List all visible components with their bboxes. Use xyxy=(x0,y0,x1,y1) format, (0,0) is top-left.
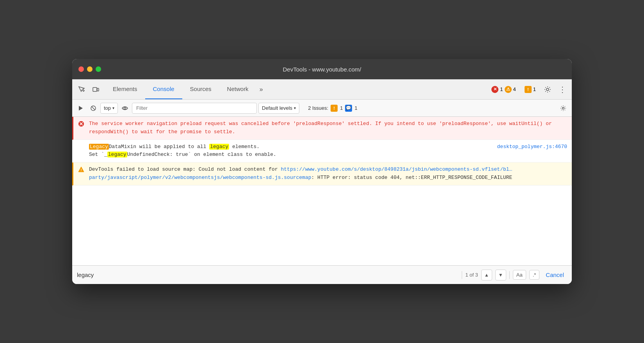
messages-count-toolbar: 1 xyxy=(354,105,357,111)
minimize-button[interactable] xyxy=(87,66,93,72)
console-entry-warning: ! DevTools failed to load source map: Co… xyxy=(72,163,572,186)
svg-point-2 xyxy=(546,88,549,91)
legacy-orange-highlight: Legacy xyxy=(89,144,109,150)
svg-point-6 xyxy=(124,107,126,109)
issues-indicator: 2 Issues: ! 1 💬 1 xyxy=(304,104,361,113)
console-settings-button[interactable] xyxy=(558,103,569,114)
search-input[interactable] xyxy=(77,269,459,281)
svg-text:!: ! xyxy=(80,168,82,172)
tab-elements[interactable]: Elements xyxy=(105,79,145,99)
clear-console-button[interactable] xyxy=(75,103,86,114)
console-entry-error: The service worker navigation preload re… xyxy=(72,117,572,140)
gear-icon xyxy=(544,86,551,93)
tab-bar: Elements Console Sources Network » ✕ 1 ⚠… xyxy=(72,79,572,100)
svg-point-7 xyxy=(562,107,564,109)
search-bar: 1 of 3 ▲ ▼ Aa .* Cancel xyxy=(72,265,572,284)
more-icon: ⋮ xyxy=(559,86,566,93)
legacy-yellow-highlight: legacy xyxy=(209,144,229,150)
error-count-button[interactable]: ✕ 1 ⚠ 4 xyxy=(488,84,519,95)
messages-badge: 💬 xyxy=(345,105,352,112)
regex-button[interactable]: .* xyxy=(529,270,540,280)
svg-marker-3 xyxy=(79,106,83,111)
error-circle-icon xyxy=(78,121,84,127)
traffic-lights xyxy=(78,66,101,72)
settings-button[interactable] xyxy=(541,83,554,96)
console-gear-icon xyxy=(560,105,566,111)
block-requests-button[interactable] xyxy=(88,103,99,114)
title-bar: DevTools - www.youtube.com/ xyxy=(72,59,572,79)
levels-chevron-icon: ▾ xyxy=(294,106,296,110)
context-value: top xyxy=(104,105,111,111)
legacy-underscored-highlight: legacy xyxy=(107,152,127,157)
console-entry-legacy: i LegacyDataMixin will be applied to all… xyxy=(72,140,572,163)
device-toggle-button[interactable] xyxy=(89,83,102,96)
case-sensitive-button[interactable]: Aa xyxy=(513,270,526,280)
search-divider-2 xyxy=(509,271,510,279)
device-icon xyxy=(92,86,99,93)
warning-entry-icon: ! xyxy=(78,166,86,175)
context-selector[interactable]: top ▾ xyxy=(100,103,118,114)
inspect-icon xyxy=(78,86,85,93)
console-content: The service worker navigation preload re… xyxy=(72,117,572,265)
maximize-button[interactable] xyxy=(96,66,101,72)
more-tabs-button[interactable]: » xyxy=(256,79,266,99)
search-cancel-button[interactable]: Cancel xyxy=(543,270,567,280)
issues-count-toolbar: 1 xyxy=(340,105,343,111)
tab-bar-left-tools xyxy=(75,79,102,99)
run-icon xyxy=(78,105,84,111)
more-options-button[interactable]: ⋮ xyxy=(556,83,569,96)
legacy-message-text: LegacyDataMixin will be applied to all l… xyxy=(89,143,567,159)
tab-network[interactable]: Network xyxy=(219,79,256,99)
devtools-window: DevTools - www.youtube.com/ Elements Con xyxy=(72,59,572,284)
warning-triangle-icon: ! xyxy=(78,166,84,173)
search-prev-button[interactable]: ▲ xyxy=(481,270,492,280)
close-button[interactable] xyxy=(78,66,84,72)
tab-bar-right: ✕ 1 ⚠ 4 ! 1 ⋮ xyxy=(488,79,569,99)
warning-badge: ⚠ xyxy=(505,86,512,93)
inspect-element-button[interactable] xyxy=(75,83,88,96)
levels-label: Default levels xyxy=(262,105,292,111)
error-message-text: The service worker navigation preload re… xyxy=(89,120,567,136)
source-link-polymer[interactable]: desktop_polymer.js:4670 xyxy=(497,143,567,151)
context-chevron-icon: ▾ xyxy=(112,106,114,110)
search-next-button[interactable]: ▼ xyxy=(495,270,506,280)
warning-message-text: DevTools failed to load source map: Coul… xyxy=(89,166,567,182)
eye-button[interactable] xyxy=(119,103,130,114)
window-title: DevTools - www.youtube.com/ xyxy=(283,66,361,73)
tab-sources[interactable]: Sources xyxy=(182,79,219,99)
svg-rect-1 xyxy=(97,88,99,91)
issue-badge: ! xyxy=(525,86,532,93)
search-count: 1 of 3 xyxy=(465,272,478,278)
source-map-url[interactable]: https://www.youtube.com/s/desktop/849823… xyxy=(89,166,512,180)
tab-console[interactable]: Console xyxy=(145,79,182,99)
main-tabs: Elements Console Sources Network » xyxy=(105,79,488,99)
block-icon xyxy=(90,105,96,111)
svg-line-5 xyxy=(92,106,95,110)
chevron-down-icon: ▼ xyxy=(498,272,503,278)
error-badge: ✕ xyxy=(491,86,498,93)
levels-selector[interactable]: Default levels ▾ xyxy=(258,103,299,114)
chevron-up-icon: ▲ xyxy=(484,272,489,278)
error-count: 1 xyxy=(500,86,503,92)
error-entry-icon xyxy=(78,121,86,130)
issues-count-button[interactable]: ! 1 xyxy=(521,84,539,95)
eye-icon xyxy=(122,105,128,111)
console-toolbar: top ▾ Default levels ▾ 2 Issues: ! 1 💬 1 xyxy=(72,100,572,117)
svg-rect-0 xyxy=(93,88,97,91)
issues-badge: ! xyxy=(331,105,338,112)
issues-label: 2 Issues: xyxy=(308,105,328,111)
issues-count: 1 xyxy=(533,86,536,92)
info-entry-spacer: i xyxy=(78,144,86,152)
warning-count: 4 xyxy=(513,86,516,92)
search-divider xyxy=(462,271,462,279)
filter-input[interactable] xyxy=(132,103,257,114)
